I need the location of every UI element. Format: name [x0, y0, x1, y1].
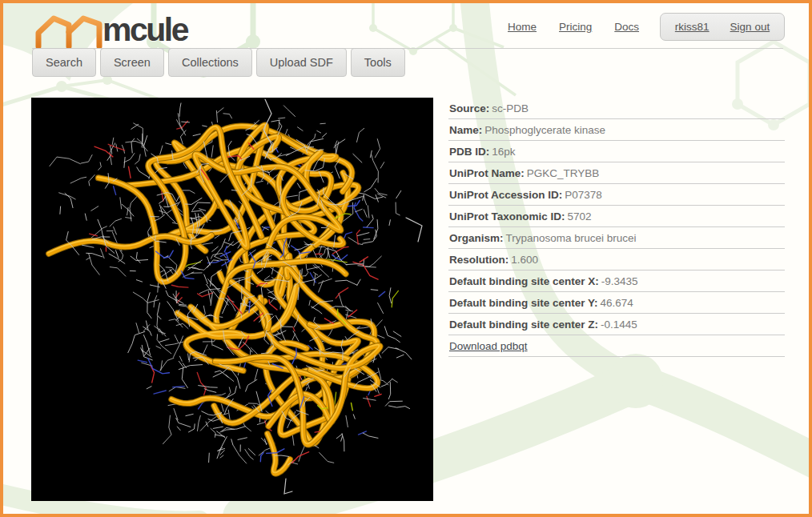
tab-search[interactable]: Search — [32, 48, 96, 77]
detail-label: UniProt Taxonomic ID: — [449, 210, 565, 222]
molecule-viewer[interactable] — [31, 98, 433, 501]
detail-label: Default binding site center Y: — [449, 297, 598, 309]
detail-row-resolution: Resolution:1.600 — [448, 249, 785, 271]
user-account-box: rkiss81 Sign out — [660, 13, 785, 41]
detail-value: 16pk — [492, 146, 515, 158]
detail-row-binding-y: Default binding site center Y:46.674 — [448, 292, 785, 314]
detail-row-uniprot-accession: UniProt Accession ID:P07378 — [448, 184, 785, 206]
detail-row-organism: Organism:Trypanosoma brucei brucei — [448, 227, 785, 249]
detail-row-pdb-id: PDB ID:16pk — [448, 141, 785, 162]
nav-link-docs[interactable]: Docs — [614, 21, 639, 33]
nav-link-home[interactable]: Home — [508, 21, 537, 33]
detail-row-uniprot-name: UniProt Name:PGKC_TRYBB — [448, 162, 785, 184]
detail-label: Organism: — [449, 232, 504, 244]
detail-label: Default binding site center Z: — [449, 319, 598, 331]
mcule-logo[interactable]: mcule — [32, 8, 187, 48]
detail-value: -9.3435 — [601, 275, 638, 287]
tab-screen[interactable]: Screen — [100, 48, 164, 77]
detail-value: Phosphoglycerate kinase — [484, 124, 605, 136]
target-details-panel: Source:sc-PDB Name:Phosphoglycerate kina… — [448, 98, 785, 357]
detail-value: P07378 — [565, 189, 602, 201]
detail-row-binding-z: Default binding site center Z:-0.1445 — [448, 314, 785, 335]
main-tab-bar: Search Screen Collections Upload SDF Too… — [32, 48, 405, 77]
detail-row-source: Source:sc-PDB — [448, 98, 785, 119]
logo-text: mcule — [103, 11, 187, 48]
top-navigation: Home Pricing Docs — [508, 21, 639, 33]
detail-value: 5702 — [568, 210, 592, 222]
page: mcule Home Pricing Docs rkiss81 Sign out… — [0, 0, 812, 517]
detail-value: Trypanosoma brucei brucei — [506, 232, 637, 244]
tab-upload-sdf[interactable]: Upload SDF — [256, 48, 347, 77]
detail-row-binding-x: Default binding site center X:-9.3435 — [448, 271, 785, 292]
tab-tools[interactable]: Tools — [351, 48, 405, 77]
mcule-logo-icon — [32, 8, 107, 48]
detail-label: PDB ID: — [449, 146, 489, 158]
detail-label: Resolution: — [449, 254, 509, 266]
detail-label: Name: — [449, 124, 482, 136]
detail-row-name: Name:Phosphoglycerate kinase — [448, 119, 785, 141]
detail-row-uniprot-taxonomic: UniProt Taxonomic ID:5702 — [448, 206, 785, 227]
detail-label: UniProt Accession ID: — [449, 189, 562, 201]
detail-label: UniProt Name: — [449, 167, 525, 179]
detail-label: Default binding site center X: — [449, 275, 599, 287]
detail-row-download: Download pdbqt — [448, 335, 785, 357]
detail-value: -0.1445 — [601, 319, 637, 331]
detail-label: Source: — [449, 102, 489, 114]
detail-value: PGKC_TRYBB — [527, 167, 600, 179]
detail-value: sc-PDB — [492, 102, 529, 114]
sign-out-link[interactable]: Sign out — [730, 21, 770, 33]
username-link[interactable]: rkiss81 — [675, 21, 709, 33]
detail-value: 1.600 — [511, 254, 538, 266]
detail-value: 46.674 — [601, 297, 633, 309]
nav-link-pricing[interactable]: Pricing — [559, 21, 592, 33]
download-pdbqt-link[interactable]: Download pdbqt — [449, 340, 528, 352]
tab-collections[interactable]: Collections — [168, 48, 252, 77]
